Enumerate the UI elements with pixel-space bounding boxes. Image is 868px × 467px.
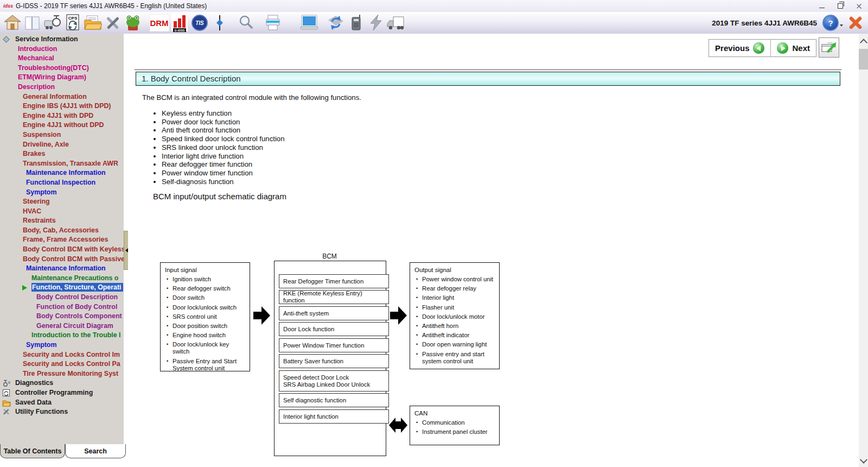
sidebar-tabs: Table Of Contents Search: [0, 444, 126, 459]
tree-item[interactable]: Body, Cab, Accessories: [0, 226, 124, 236]
tree-item[interactable]: Symptom: [0, 188, 124, 198]
bullet-dot-icon: •: [416, 323, 422, 330]
tree-item[interactable]: ETM(Wiring Diagram): [0, 73, 124, 83]
tree-item[interactable]: Steering: [0, 197, 124, 207]
scroll-up-button[interactable]: [859, 37, 868, 46]
tree-item-label: Controller Programming: [15, 389, 93, 396]
tree-item[interactable]: Suspension: [0, 130, 124, 140]
tree-item[interactable]: Engine IBS (4JJ1 with DPD): [0, 102, 124, 111]
tree-item[interactable]: Security and Locks Control Im: [0, 350, 124, 360]
tree-item-label: Diagnostics: [15, 379, 53, 387]
divider: [135, 70, 841, 70]
tab-label: Table Of Contents: [4, 447, 62, 455]
previous-label: Previous: [715, 43, 749, 53]
bullet-dot-icon: •: [167, 304, 173, 311]
close-button[interactable]: [850, 0, 868, 12]
open-new-window-button[interactable]: [819, 37, 839, 58]
tab-table-of-contents[interactable]: Table Of Contents: [0, 444, 65, 458]
tree-item[interactable]: Body Control BCM with Passive: [0, 255, 124, 264]
tree-item[interactable]: Diagnostics: [0, 378, 124, 388]
tree-item[interactable]: Maintenance Precautions o: [0, 274, 124, 283]
tree-item[interactable]: Function, Structure, Operati: [0, 283, 124, 293]
tree-item[interactable]: Saved Data: [0, 398, 124, 408]
saved-data-icon[interactable]: [82, 13, 103, 33]
chevron-up-icon: [859, 39, 867, 46]
restore-button[interactable]: [831, 0, 850, 12]
bullet-dot-icon: •: [416, 341, 422, 348]
tis-icon[interactable]: TIS: [189, 13, 209, 33]
toolbar: CPS DRM G-IDSS TIS: [0, 12, 868, 35]
tree-item[interactable]: Utility Functions: [0, 407, 124, 417]
tree-item[interactable]: Introduction: [0, 45, 124, 54]
tree-item[interactable]: Body Control Description: [0, 293, 124, 302]
tree-item[interactable]: Introduction to the Trouble I: [0, 331, 124, 340]
exit-button[interactable]: [848, 16, 863, 30]
bcm-function-box: Anti-theft system: [279, 306, 389, 320]
monitor-icon[interactable]: [299, 13, 319, 33]
tree-item[interactable]: Functional Inspection: [0, 178, 124, 188]
tree-item[interactable]: Transmission, Transaxle AWR: [0, 159, 124, 169]
frog-icon[interactable]: [123, 13, 143, 33]
tree-item-label: Body, Cab, Accessories: [23, 226, 99, 234]
tree-item[interactable]: Symptom: [0, 340, 124, 350]
tree-item[interactable]: Function of Body Control: [0, 302, 124, 312]
delivery-truck-icon[interactable]: [386, 13, 406, 33]
scroll-down-button[interactable]: [859, 456, 868, 465]
titlebar: idss G-IDSS - 2019 TF series 4JJ1 AWR6B4…: [0, 0, 868, 12]
tree-item[interactable]: Body Controls Component: [0, 312, 124, 321]
previous-button[interactable]: Previous: [709, 40, 770, 56]
service-manual-icon[interactable]: [22, 13, 42, 33]
tree-item[interactable]: Maintenance Information: [0, 168, 124, 178]
sync-icon[interactable]: [326, 13, 346, 33]
flash-icon[interactable]: [366, 13, 386, 33]
minimize-button[interactable]: [813, 0, 831, 12]
tree-item[interactable]: Mechanical: [0, 54, 124, 64]
gidss-report-icon[interactable]: G-IDSS: [169, 13, 189, 33]
previous-icon: [753, 42, 764, 54]
scrollbar-thumb[interactable]: [859, 49, 868, 70]
tree-item[interactable]: Frame, Frame Accessories: [0, 235, 124, 245]
splitter-diamond-icon[interactable]: [209, 13, 229, 33]
function-list-item: Speed linked door lock control function: [162, 135, 285, 143]
tree-item[interactable]: General Circuit Diagram: [0, 321, 124, 331]
diagnostics-icon[interactable]: [42, 13, 62, 33]
drm-icon[interactable]: DRM: [149, 13, 169, 33]
tree-item[interactable]: Service Information: [0, 35, 124, 45]
utility-functions-icon: [2, 408, 11, 416]
next-button[interactable]: Next: [771, 40, 816, 56]
bullet-dot-icon: •: [416, 285, 422, 292]
tree-item[interactable]: Brakes: [0, 149, 124, 159]
tab-search[interactable]: Search: [65, 444, 126, 458]
tree-item[interactable]: General Information: [0, 92, 124, 102]
function-list-item: Self-diagnosis function: [162, 178, 285, 186]
radio-icon[interactable]: [346, 13, 366, 33]
diagram-list-item: •Antitheft indicator: [416, 332, 497, 339]
tree-item[interactable]: Engine 4JJ1 without DPD: [0, 121, 124, 130]
tree-item[interactable]: Tire Pressure Monitoring Syst: [0, 369, 124, 379]
tree-item[interactable]: Description: [0, 83, 124, 92]
tree-item[interactable]: Controller Programming: [0, 388, 124, 398]
search-icon[interactable]: [236, 13, 256, 33]
tree-item[interactable]: Troubleshooting(DTC): [0, 64, 124, 73]
tree-item[interactable]: HVAC: [0, 207, 124, 217]
tab-label: Search: [84, 447, 107, 455]
controller-programming-icon[interactable]: CPS: [62, 13, 82, 33]
tree-item-label: Engine 4JJ1 with DPD: [23, 112, 93, 119]
tree-item[interactable]: Restraints: [0, 216, 124, 226]
tree-item-label: Security and Locks Control Im: [23, 351, 120, 358]
tree-item[interactable]: Maintenance Information: [0, 264, 124, 274]
help-dropdown-caret-icon[interactable]: [840, 24, 843, 27]
home-icon[interactable]: [2, 13, 22, 33]
tree-item[interactable]: Engine 4JJ1 with DPD: [0, 111, 124, 121]
tree-item[interactable]: Security and Locks Control Pa: [0, 359, 124, 369]
utility-functions-icon[interactable]: [103, 13, 123, 33]
tree-item-label: Engine 4JJ1 without DPD: [23, 121, 104, 129]
help-button[interactable]: ?: [822, 15, 839, 31]
bcm-function-box: Speed detect Door Lock SRS Airbag Linked…: [279, 370, 389, 392]
print-icon[interactable]: [263, 13, 283, 33]
bullet-dot-icon: •: [416, 276, 422, 283]
tree-item[interactable]: Driveline, Axle: [0, 140, 124, 150]
tree-item[interactable]: Body Control BCM with Keyless: [0, 245, 124, 255]
svg-text:CPS: CPS: [68, 16, 77, 21]
saved-data-icon: [2, 399, 11, 407]
